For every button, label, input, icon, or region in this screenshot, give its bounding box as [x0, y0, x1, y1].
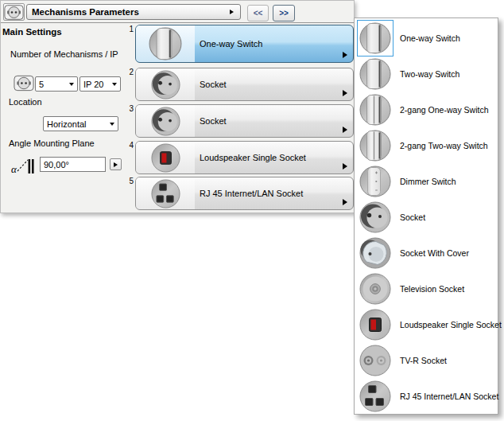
chevron-down-icon — [112, 83, 117, 88]
slot-label: One-way Switch — [200, 39, 262, 49]
slot-label: Loudspeaker Single Socket — [200, 153, 306, 162]
mechanism-count-select[interactable]: 5 — [35, 76, 78, 92]
palette-item-rj45-socket[interactable]: RJ 45 Internet/LAN Socket — [355, 379, 498, 415]
slot-number: 1 — [126, 25, 134, 33]
palette-item-label: Socket With Cover — [400, 248, 469, 258]
one-way-switch-icon — [359, 22, 391, 54]
rj45-socket-icon — [359, 380, 391, 412]
two-way-switch-icon — [359, 58, 391, 90]
palette-item-socket-with-cover[interactable]: Socket With Cover — [355, 236, 498, 271]
mechanism-slot-row: 1 One-way Switch — [126, 25, 354, 63]
mechanism-slot-row: 3 Socket — [126, 104, 354, 138]
screen: Mechanisms Parameters << >> Main Setting… — [0, 0, 504, 421]
expand-arrow-icon — [343, 90, 347, 96]
two-gang-one-way-switch-icon — [359, 94, 391, 126]
palette-item-2gang-two-way-switch[interactable]: 2-gang Two-way Switch — [355, 127, 498, 163]
palette-item-2gang-one-way-switch[interactable]: 2-gang One-way Switch — [355, 92, 498, 127]
expand-arrow-icon — [343, 163, 347, 170]
location-label: Location — [9, 97, 42, 107]
socket-icon — [151, 70, 180, 99]
socket-icon — [4, 4, 24, 21]
panel-title: Mechanisms Parameters — [32, 7, 139, 17]
expand-all-button[interactable]: >> — [273, 5, 295, 21]
right-arrow-icon — [114, 162, 118, 167]
palette-item-label: Television Socket — [400, 284, 464, 294]
slot-icon-strip — [136, 142, 195, 173]
mechanism-slot-row: 4 Loudspeaker Single Socket — [126, 141, 354, 174]
chevron-down-icon — [69, 83, 74, 88]
slot-number: 2 — [126, 68, 134, 76]
socket-icon — [151, 107, 180, 136]
slot-number: 5 — [126, 177, 134, 185]
slot-icon-strip — [136, 177, 195, 209]
mechanisms-parameters-banner[interactable]: Mechanisms Parameters — [26, 4, 241, 20]
mechanism-slot-row: 2 Socket — [126, 68, 354, 101]
loudspeaker-socket-icon — [151, 143, 180, 173]
television-socket-icon — [359, 273, 391, 305]
palette-item-loudspeaker-single-socket[interactable]: Loudspeaker Single Socket — [355, 307, 498, 343]
mechanism-slot-button-3[interactable]: Socket — [135, 104, 354, 138]
mechanisms-parameters-dialog: Mechanisms Parameters << >> Main Setting… — [0, 0, 355, 213]
palette-item-label: RJ 45 Internet/LAN Socket — [400, 392, 498, 401]
angle-mounting-plane-label: Angle Mounting Plane — [9, 138, 95, 148]
slot-icon-strip — [136, 105, 195, 137]
header-separator — [1, 22, 354, 23]
mechanism-slot-button-4[interactable]: Loudspeaker Single Socket — [135, 141, 354, 174]
socket-icon — [14, 75, 34, 92]
palette-item-label: Two-way Switch — [400, 69, 459, 79]
one-way-switch-icon — [149, 27, 182, 60]
palette-item-label: Socket — [400, 212, 425, 222]
palette-item-label: Dimmer Switch — [400, 177, 456, 186]
slot-number: 4 — [126, 141, 134, 150]
tvr-socket-icon — [359, 345, 391, 376]
palette-item-socket[interactable]: Socket — [355, 199, 498, 235]
collapse-all-button[interactable]: << — [247, 5, 269, 21]
chevron-down-icon — [110, 123, 114, 128]
mechanisms-panel-icon-button[interactable] — [3, 3, 25, 21]
slot-number: 3 — [126, 104, 134, 113]
palette-item-label: One-way Switch — [400, 33, 460, 43]
slot-label: RJ 45 Internet/LAN Socket — [200, 189, 303, 198]
mechanism-slot-button-5[interactable]: RJ 45 Internet/LAN Socket — [135, 177, 354, 210]
socket-with-cover-icon — [359, 237, 391, 269]
angle-input[interactable] — [40, 157, 106, 172]
number-ip-label: Number of Mechanisms / IP — [10, 49, 118, 59]
slot-icon-strip — [136, 68, 195, 100]
socket-icon — [359, 201, 391, 233]
palette-item-label: TV-R Socket — [400, 356, 447, 365]
palette-item-label: Loudspeaker Single Socket — [400, 320, 502, 329]
expand-arrow-icon — [343, 52, 347, 58]
mechanism-slot-row: 5 RJ 45 Internet/LAN Socket — [126, 177, 354, 210]
panel-expand-arrow-icon — [230, 10, 234, 14]
main-settings-title: Main Settings — [2, 27, 62, 37]
mechanism-slot-button-2[interactable]: Socket — [135, 68, 354, 101]
palette-item-one-way-switch[interactable]: One-way Switch — [355, 20, 498, 56]
ip-rating-select[interactable]: IP 20 — [79, 76, 121, 92]
slot-label: Socket — [200, 80, 227, 89]
two-gang-two-way-switch-icon — [359, 130, 391, 162]
expand-arrow-icon — [343, 199, 347, 205]
loudspeaker-socket-icon — [359, 309, 391, 341]
angle-icon — [11, 157, 35, 174]
palette-item-label: 2-gang Two-way Switch — [400, 141, 488, 150]
slot-icon-strip — [136, 25, 195, 62]
location-select[interactable]: Horizontal — [43, 116, 118, 131]
dimmer-switch-icon — [359, 166, 391, 197]
selected-item-frame — [357, 20, 394, 57]
palette-item-television-socket[interactable]: Television Socket — [355, 271, 498, 307]
mechanism-slot-button-1[interactable]: One-way Switch — [135, 25, 354, 63]
angle-flick-button[interactable] — [110, 158, 122, 170]
rj45-socket-icon — [151, 179, 180, 209]
palette-item-dimmer-switch[interactable]: Dimmer Switch — [355, 163, 498, 199]
palette-item-two-way-switch[interactable]: Two-way Switch — [355, 56, 498, 92]
palette-item-label: 2-gang One-way Switch — [400, 105, 488, 115]
expand-arrow-icon — [343, 127, 347, 133]
slot-label: Socket — [200, 116, 227, 126]
palette-item-tvr-socket[interactable]: TV-R Socket — [355, 343, 498, 379]
mechanism-type-popup: One-way Switch Two-way Switch 2-gang One… — [354, 18, 498, 415]
